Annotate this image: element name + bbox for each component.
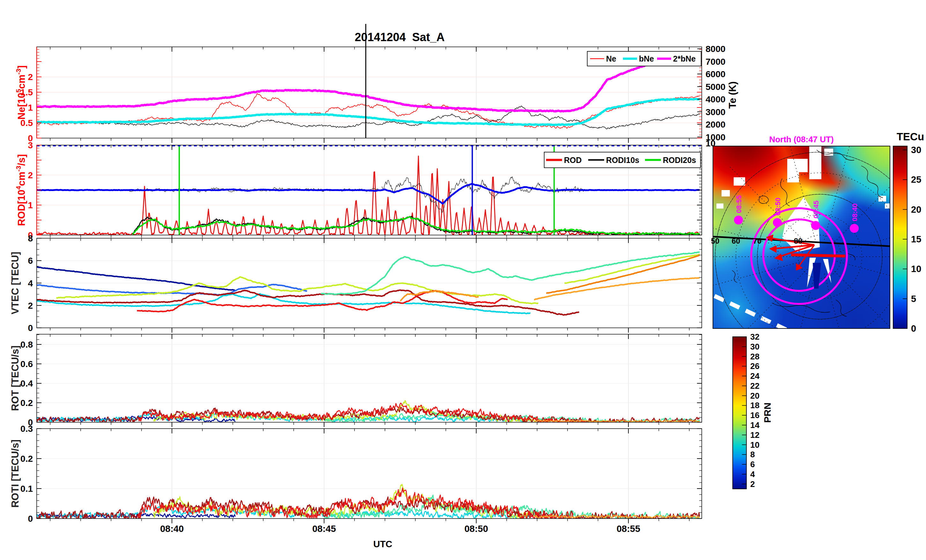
track-time-label: 08:45 — [812, 201, 820, 218]
track-time-label: 08:40 — [851, 203, 859, 221]
ytick-label: 0.6 — [20, 359, 33, 369]
ytick-label: 2 — [28, 170, 33, 180]
track-time-dot — [734, 216, 743, 224]
legend-label: bNe — [639, 54, 654, 63]
series-smoothed-blue — [37, 184, 699, 204]
ytick-label: 0 — [28, 514, 33, 524]
tecu-colorbar — [893, 146, 907, 328]
track-time-dot — [773, 218, 782, 227]
ytick-label: 3 — [28, 140, 33, 150]
tecu-tick-label: 5 — [911, 294, 916, 304]
ytick-label: 8 — [28, 233, 33, 243]
prn-tick-label: 32 — [750, 332, 760, 342]
tecu-tick-label: 0 — [911, 323, 916, 334]
ytick-label: 0.3 — [20, 424, 33, 434]
xtick-label: 08:45 — [312, 524, 336, 534]
panel-box — [37, 334, 702, 422]
prn-colorbar-gradient — [733, 337, 746, 489]
lat-label: 80 — [794, 237, 803, 245]
prn-tick-label: 26 — [750, 361, 760, 371]
ytick-label: 0.2 — [20, 398, 33, 408]
lat-label: 70 — [753, 237, 762, 245]
series-bNe — [37, 99, 699, 125]
prn-tick-label: 22 — [750, 381, 760, 390]
map-title: North (08:47 UT) — [769, 135, 834, 144]
prn-tick-label: 8 — [750, 450, 755, 459]
te-tick-label: 8000 — [705, 44, 725, 54]
ytick-label: 0.4 — [20, 378, 33, 388]
series-prn-navy — [37, 267, 235, 290]
prn-colorbar — [733, 337, 746, 489]
series-group — [37, 401, 699, 422]
tecu-tick-label: 30 — [911, 145, 921, 155]
panel-vtec: 86420VTEC [TECU] — [9, 233, 702, 333]
xtick-label: 08:55 — [617, 524, 640, 534]
prn-tick-label: 18 — [750, 401, 760, 410]
legend-label: 2*bNe — [673, 54, 696, 63]
xtick-label: 08:50 — [465, 524, 488, 534]
prn-tick-label: 30 — [750, 342, 760, 351]
axis-label-roti: ROTI [TECU/s] — [9, 439, 21, 508]
track-time-dot — [850, 224, 859, 233]
prn-tick-label: 2 — [750, 479, 755, 489]
prn-tick-label: 14 — [750, 420, 760, 430]
ytick-label: 4 — [28, 278, 33, 288]
axis-label-rod: ROD[104cm-3/s] — [15, 154, 27, 226]
ytick-label: 0.8 — [20, 340, 33, 350]
gridlines — [37, 334, 702, 422]
tecu-tick-label: 15 — [911, 234, 921, 244]
prn-tick-label: 6 — [750, 460, 755, 469]
gridlines — [37, 238, 702, 328]
tecu-colorbar-title: TECu — [897, 131, 924, 142]
tecu-tick-label: 20 — [911, 204, 921, 215]
ytick-label: 6 — [28, 256, 33, 266]
te-axis-label: Te (K) — [727, 81, 738, 109]
axis-label-rot: ROT [TECU/s] — [9, 346, 21, 411]
prn-tick-label: 12 — [750, 430, 760, 440]
lat-label: 60 — [732, 237, 740, 245]
tec-map — [697, 134, 926, 380]
series-group — [37, 484, 699, 519]
prn-tick-label: 24 — [750, 371, 760, 381]
legend-1: NebNe2*bNe — [587, 51, 701, 66]
tecu-colorbar-gradient — [893, 146, 907, 328]
te-tick-label: 4000 — [705, 94, 725, 104]
prn-tick-label: 16 — [750, 410, 760, 420]
ytick-label: 0.2 — [20, 454, 33, 464]
ytick-label: 0.1 — [20, 484, 33, 494]
legend-2: RODRODI10sRODI20s — [544, 152, 701, 168]
prn-tick-label: 10 — [750, 440, 760, 450]
ytick-label: 1 — [28, 200, 33, 210]
track-time-label: 08:55 — [735, 195, 743, 213]
ytick-label: 0 — [28, 323, 33, 333]
prn-tick-label: 28 — [750, 352, 760, 361]
series-prn-sgreen — [321, 252, 700, 295]
prn-tick-label: 20 — [750, 391, 760, 401]
panel-roti: 0.30.20.10ROTI [TECU/s] — [9, 424, 702, 524]
legend-label: RODI20s — [663, 156, 696, 165]
series-prn-orange-right-2 — [534, 278, 699, 300]
prn-colorbar-label: PRN — [762, 403, 773, 422]
panel-rot: 0.80.60.40.20ROT [TECU/s] — [9, 334, 702, 427]
track-time-label: 08:50 — [774, 198, 782, 216]
chart-canvas: 21.510.50Ne[105cm-3]80007000600050004000… — [0, 0, 926, 560]
te-tick-label: 6000 — [705, 69, 725, 79]
track-time-dot — [811, 221, 820, 230]
ytick-label: 1 — [28, 103, 33, 113]
legend-label: Ne — [606, 54, 616, 63]
series-prn-ygreen — [56, 277, 539, 304]
tecu-tick-label: 25 — [911, 174, 921, 185]
ytick-label: 2 — [28, 301, 33, 310]
legend-label: RODI10s — [606, 156, 639, 165]
lat-label: 50 — [711, 237, 720, 245]
prn-tick-label: 4 — [750, 469, 755, 479]
legend-label: ROD — [564, 156, 582, 165]
te-tick-label: 7000 — [705, 57, 725, 67]
te-tick-label: 3000 — [705, 107, 725, 117]
tecu-tick-label: 10 — [911, 264, 921, 274]
x-axis-label: UTC — [373, 539, 392, 549]
figure: 20141204 Sat_A — [0, 0, 926, 560]
xtick-label: 08:40 — [160, 524, 184, 534]
te-tick-label: 2000 — [705, 120, 725, 129]
axis-label-vtec: VTEC [TECU] — [9, 251, 21, 314]
